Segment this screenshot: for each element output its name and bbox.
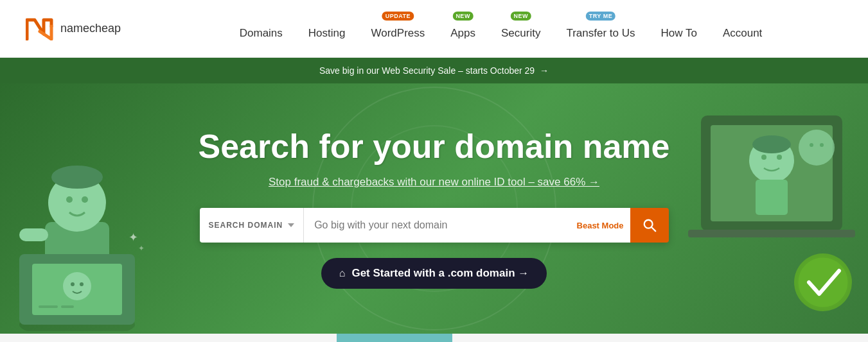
search-dropdown-label: SEARCH DOMAIN xyxy=(209,221,283,230)
wordpress-badge: UPDATE xyxy=(382,12,414,21)
search-icon xyxy=(642,218,657,232)
hero-content: Search for your domain name Stop fraud &… xyxy=(186,103,683,314)
nav-label-howto: How To xyxy=(661,27,697,40)
search-bar: SEARCH DOMAIN Beast Mode xyxy=(200,208,669,243)
tab-resellers[interactable]: Resellers xyxy=(561,334,671,342)
svg-point-28 xyxy=(820,143,824,147)
svg-point-20 xyxy=(777,155,782,160)
hero-left-illustration: ✦ ✦ xyxy=(0,94,167,334)
svg-rect-23 xyxy=(688,230,855,237)
search-submit-button[interactable] xyxy=(630,208,669,243)
svg-text:✦: ✦ xyxy=(128,231,138,244)
svg-point-21 xyxy=(752,135,791,153)
tab-namecheap-for: Namecheap for xyxy=(197,334,336,342)
nav-label-account: Account xyxy=(723,27,762,40)
cta-label: Get Started with a .com domain → xyxy=(351,267,529,280)
security-badge: NEW xyxy=(510,12,531,21)
header: namecheap Domains Hosting UPDATE WordPre… xyxy=(0,0,868,58)
nav-item-security[interactable]: NEW Security xyxy=(488,0,553,58)
svg-point-5 xyxy=(51,166,103,189)
svg-point-11 xyxy=(80,282,84,286)
nav-item-transfer[interactable]: TRY ME Transfer to Us xyxy=(553,0,648,58)
transfer-badge: TRY ME xyxy=(586,12,616,21)
nav-label-hosting: Hosting xyxy=(308,27,346,40)
home-icon: ⌂ xyxy=(339,268,346,279)
cta-button[interactable]: ⌂ Get Started with a .com domain → xyxy=(321,258,547,289)
nav-label-domains: Domains xyxy=(240,27,283,40)
svg-rect-13 xyxy=(61,305,74,308)
nav-label-wordpress: WordPress xyxy=(371,27,425,40)
svg-point-9 xyxy=(63,272,91,300)
svg-point-4 xyxy=(82,196,88,203)
tab-individuals[interactable]: Individuals xyxy=(337,334,452,342)
svg-point-25 xyxy=(797,257,849,308)
promo-banner[interactable]: Save big in our Web Security Sale – star… xyxy=(0,58,868,83)
hero-section: ✦ ✦ Search xyxy=(0,83,868,334)
nav-item-account[interactable]: Account xyxy=(710,0,775,58)
apps-badge: NEW xyxy=(452,12,474,21)
svg-rect-22 xyxy=(756,180,788,215)
nav-label-transfer: Transfer to Us xyxy=(566,27,635,40)
logo-link[interactable]: namecheap xyxy=(26,17,121,40)
nav-label-security: Security xyxy=(501,27,540,40)
search-input-wrapper: Beast Mode xyxy=(304,208,630,243)
svg-point-10 xyxy=(71,282,75,286)
nav-item-apps[interactable]: NEW Apps xyxy=(438,0,488,58)
svg-point-27 xyxy=(810,143,813,147)
promo-arrow: → xyxy=(540,65,549,76)
tab-business[interactable]: Business xyxy=(452,334,561,342)
svg-line-30 xyxy=(651,227,655,231)
nav-item-hosting[interactable]: Hosting xyxy=(296,0,359,58)
nav-item-wordpress[interactable]: UPDATE WordPress xyxy=(358,0,438,58)
logo-text: namecheap xyxy=(60,22,121,35)
search-dropdown[interactable]: SEARCH DOMAIN xyxy=(200,208,305,243)
nav-item-domains[interactable]: Domains xyxy=(227,0,296,58)
svg-point-26 xyxy=(799,130,835,166)
svg-rect-12 xyxy=(39,305,58,308)
svg-point-19 xyxy=(761,155,766,160)
promo-text: Save big in our Web Security Sale – star… xyxy=(319,65,535,76)
svg-point-3 xyxy=(66,196,73,203)
nav-item-howto[interactable]: How To xyxy=(648,0,710,58)
nav-label-apps: Apps xyxy=(450,27,475,40)
chevron-down-icon xyxy=(288,223,294,227)
beast-mode-button[interactable]: Beast Mode xyxy=(577,220,624,230)
svg-rect-6 xyxy=(19,228,48,241)
main-nav: Domains Hosting UPDATE WordPress NEW App… xyxy=(159,0,842,58)
logo-icon xyxy=(26,17,54,40)
hero-subtitle[interactable]: Stop fraud & chargebacks with our new on… xyxy=(199,176,670,189)
hero-title: Search for your domain name xyxy=(199,128,670,165)
tabs-section: Namecheap for Individuals Business Resel… xyxy=(0,334,868,342)
hero-right-illustration xyxy=(662,96,855,330)
svg-text:✦: ✦ xyxy=(138,244,145,253)
